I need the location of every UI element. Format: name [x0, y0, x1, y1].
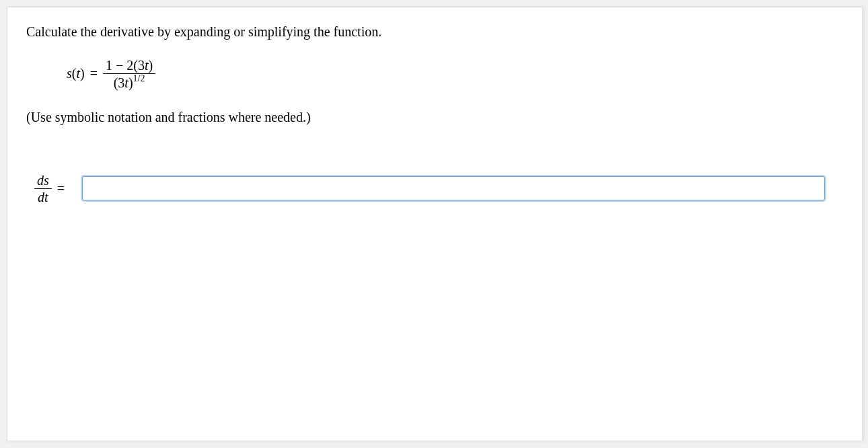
question-card: Calculate the derivative by expanding or…: [7, 7, 863, 441]
question-prompt: Calculate the derivative by expanding or…: [26, 22, 843, 41]
function-definition: s(t) = 1 − 2(3t) (3t)1/2: [67, 57, 843, 91]
rhs-fraction: 1 − 2(3t) (3t)1/2: [103, 57, 155, 91]
answer-row: ds dt =: [34, 172, 843, 205]
denominator-exponent: 1/2: [133, 73, 145, 83]
numerator-close: ): [149, 58, 153, 73]
denominator-text: (3: [114, 75, 125, 90]
lhs-s-of-t: s(t): [67, 66, 85, 81]
ds-numerator: ds: [34, 172, 52, 189]
dt-denominator: dt: [35, 189, 51, 205]
fraction-numerator: 1 − 2(3t): [103, 57, 155, 74]
numerator-text: 1 − 2(3: [106, 58, 145, 73]
ds-dt-fraction: ds dt: [34, 172, 52, 205]
instruction-note: (Use symbolic notation and fractions whe…: [26, 110, 843, 125]
fraction-denominator: (3t)1/2: [111, 74, 148, 91]
answer-equals: =: [57, 181, 65, 196]
answer-label: ds dt =: [34, 172, 70, 205]
denominator-close: ): [129, 75, 133, 90]
derivative-answer-input[interactable]: [82, 176, 825, 200]
equals-sign: =: [90, 66, 98, 81]
